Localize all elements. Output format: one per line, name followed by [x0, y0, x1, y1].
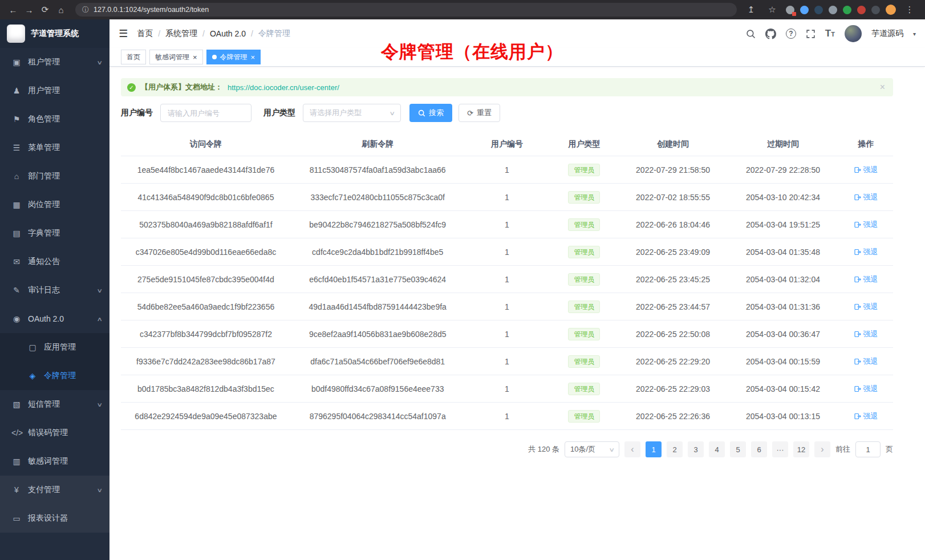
back-icon[interactable]: ← — [6, 2, 21, 17]
page-button[interactable]: 6 — [751, 441, 767, 457]
search-button[interactable]: 搜索 — [409, 104, 452, 122]
sidebar-item[interactable]: ¥支付管理∨ — [0, 476, 109, 504]
next-page-button[interactable]: › — [814, 441, 830, 457]
breadcrumb-item[interactable]: 系统管理 — [165, 29, 197, 39]
user-type-select[interactable]: 请选择用户类型 ∨ — [303, 104, 401, 122]
sidebar-item[interactable]: ☰菜单管理 — [0, 133, 109, 162]
app-logo[interactable]: 芋道管理系统 — [0, 19, 109, 48]
extension-icon[interactable] — [814, 6, 823, 14]
view-tab[interactable]: 首页 — [121, 50, 146, 64]
reload-icon[interactable]: ⟳ — [38, 2, 52, 17]
sidebar-item[interactable]: ▢应用管理 — [0, 333, 109, 362]
force-logout-button[interactable]: 强退 — [854, 329, 878, 339]
font-size-icon[interactable]: TT — [825, 28, 835, 39]
info-icon[interactable]: ⓘ — [82, 5, 89, 15]
token-table: 访问令牌刷新令牌用户编号用户类型创建时间过期时间操作 1ea5e44f8bc14… — [121, 132, 893, 430]
user-type-tag: 管理员 — [568, 328, 600, 340]
sidebar-item-label: 租户管理 — [28, 57, 60, 67]
view-tab[interactable]: 敏感词管理× — [149, 50, 203, 64]
sms-icon: ▧ — [11, 400, 22, 409]
sidebar-item[interactable]: </>错误码管理 — [0, 419, 109, 447]
page-button[interactable]: 4 — [709, 441, 725, 457]
force-logout-button[interactable]: 强退 — [854, 384, 878, 394]
force-logout-button[interactable]: 强退 — [854, 247, 878, 257]
page-button[interactable]: 5 — [730, 441, 746, 457]
goto-label: 前往 — [835, 444, 850, 455]
sidebar-item[interactable]: ✎审计日志∨ — [0, 276, 109, 305]
access-token-cell: f9336e7c7dd242a283ee98dc86b17a87 — [121, 357, 291, 366]
share-icon[interactable]: ↥ — [744, 2, 758, 17]
close-icon[interactable]: × — [251, 54, 255, 61]
user-type-cell: 管理员 — [549, 246, 619, 258]
reset-button[interactable]: ⟳ 重置 — [459, 104, 500, 122]
more-pages-icon[interactable]: ··· — [772, 441, 788, 457]
home-icon[interactable]: ⌂ — [54, 2, 68, 17]
force-logout-button[interactable]: 强退 — [854, 220, 878, 230]
extension-icon[interactable] — [857, 6, 866, 14]
star-icon[interactable]: ☆ — [765, 2, 780, 17]
user-avatar[interactable] — [845, 25, 862, 42]
create-time-cell: 2022-07-02 18:55:55 — [619, 193, 727, 202]
sidebar-item[interactable]: ▦岗位管理 — [0, 190, 109, 219]
forward-icon[interactable]: → — [22, 2, 36, 17]
sidebar-item[interactable]: ▭报表设计器 — [0, 504, 109, 533]
caret-down-icon[interactable]: ▾ — [913, 31, 916, 37]
goto-page-input[interactable] — [855, 441, 881, 457]
sidebar-item[interactable]: ▧短信管理∨ — [0, 390, 109, 419]
sidebar-item[interactable]: ▤字典管理 — [0, 219, 109, 247]
force-logout-button[interactable]: 强退 — [854, 302, 878, 312]
github-icon[interactable] — [765, 29, 776, 39]
logout-icon — [854, 331, 861, 338]
force-logout-button[interactable]: 强退 — [854, 165, 878, 175]
expire-time-cell: 2054-03-04 01:31:36 — [727, 302, 839, 311]
sidebar-item-label: 角色管理 — [28, 114, 60, 124]
page-button[interactable]: 12 — [793, 441, 809, 457]
force-logout-button[interactable]: 强退 — [854, 274, 878, 285]
sidebar-item[interactable]: ▣租户管理∨ — [0, 48, 109, 76]
create-time-cell: 2022-06-25 22:50:08 — [619, 330, 727, 339]
breadcrumb-item[interactable]: 首页 — [137, 29, 153, 39]
action-cell: 强退 — [839, 247, 893, 257]
extension-icon[interactable] — [843, 6, 851, 14]
menu-dots-icon[interactable]: ⋮ — [902, 2, 917, 17]
close-icon[interactable]: × — [193, 54, 197, 61]
create-time-cell: 2022-06-25 23:44:57 — [619, 302, 727, 311]
extension-icon[interactable] — [829, 6, 837, 14]
prev-page-button[interactable]: ‹ — [624, 441, 640, 457]
sidebar-item[interactable]: ⌂部门管理 — [0, 162, 109, 190]
user-type-tag: 管理员 — [568, 410, 600, 423]
user-name[interactable]: 芋道源码 — [871, 29, 903, 39]
hamburger-icon[interactable]: ☰ — [119, 27, 128, 40]
page-size-select[interactable]: 10条/页 ∨ — [565, 441, 619, 457]
view-tab[interactable]: 令牌管理× — [206, 50, 261, 64]
breadcrumb-item: 令牌管理 — [258, 29, 290, 39]
extension-icon[interactable] — [786, 6, 794, 14]
breadcrumb-item[interactable]: OAuth 2.0 — [210, 29, 246, 38]
extension-icon[interactable] — [800, 6, 809, 14]
sidebar-item[interactable]: ♟用户管理 — [0, 76, 109, 105]
url-bar[interactable]: ⓘ 127.0.0.1:1024/system/oauth2/token — [75, 3, 737, 17]
force-logout-label: 强退 — [863, 247, 878, 257]
alert-doc-link[interactable]: https://doc.iocoder.cn/user-center/ — [228, 83, 339, 92]
user-id-input[interactable] — [160, 104, 251, 122]
force-logout-button[interactable]: 强退 — [854, 411, 878, 421]
profile-avatar[interactable] — [886, 5, 896, 15]
sidebar-item[interactable]: ◈令牌管理 — [0, 362, 109, 390]
page-button[interactable]: 2 — [667, 441, 683, 457]
force-logout-label: 强退 — [863, 192, 878, 202]
search-icon[interactable] — [746, 29, 756, 39]
fullscreen-icon[interactable] — [806, 29, 816, 39]
sidebar-item[interactable]: ◉OAuth 2.0∧ — [0, 305, 109, 333]
help-icon[interactable]: ? — [786, 29, 796, 39]
sidebar-item[interactable]: ▥敏感词管理 — [0, 447, 109, 476]
extension-icon[interactable] — [871, 6, 880, 14]
sidebar-item[interactable]: ⚑角色管理 — [0, 105, 109, 133]
sidebar-item[interactable]: ✉通知公告 — [0, 247, 109, 276]
force-logout-button[interactable]: 强退 — [854, 356, 878, 367]
column-header: 用户类型 — [549, 139, 619, 149]
close-icon[interactable]: × — [880, 82, 885, 92]
force-logout-button[interactable]: 强退 — [854, 192, 878, 202]
page-button[interactable]: 3 — [688, 441, 704, 457]
user-id-cell: 1 — [465, 357, 550, 366]
page-button[interactable]: 1 — [646, 441, 662, 457]
